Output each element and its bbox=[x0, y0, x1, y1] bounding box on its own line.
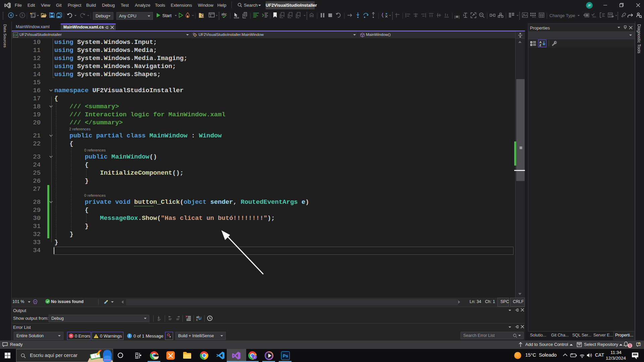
svg-text:SQL: SQL bbox=[532, 16, 536, 18]
svg-text:C#: C# bbox=[14, 34, 18, 37]
svg-text:SQL: SQL bbox=[592, 16, 597, 18]
svg-text:c: c bbox=[196, 318, 198, 321]
svg-text:abc: abc bbox=[221, 12, 227, 16]
